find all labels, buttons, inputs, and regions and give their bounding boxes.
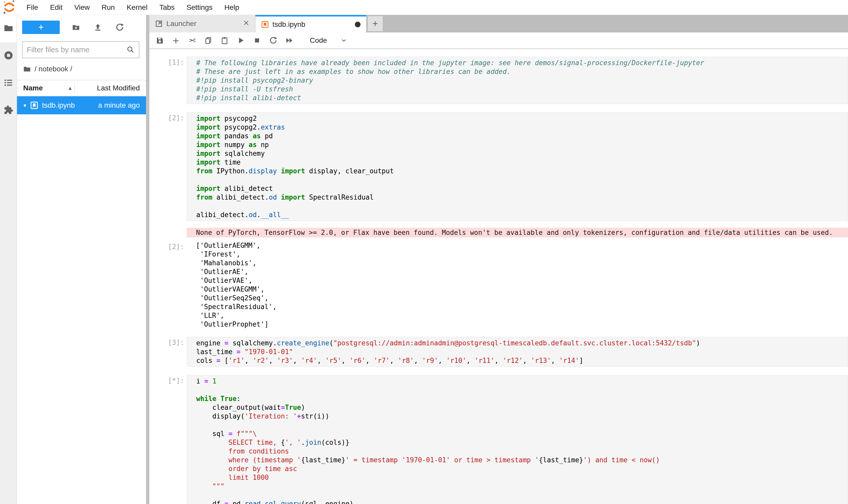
- sort-ascending-icon[interactable]: ▲: [68, 85, 73, 91]
- paste-icon: [220, 36, 229, 44]
- scissors-icon: ✂: [188, 35, 196, 46]
- menu-run[interactable]: Run: [96, 3, 121, 11]
- tab-launcher[interactable]: Launcher: [149, 15, 255, 33]
- add-cell-button[interactable]: +: [171, 35, 181, 46]
- plus-icon: +: [372, 18, 378, 29]
- file-browser-panel: +: [17, 15, 146, 504]
- menu-kernel[interactable]: Kernel: [121, 3, 154, 11]
- refresh-button[interactable]: [114, 22, 125, 33]
- file-list-header: Name ▲ Last Modified: [17, 80, 146, 96]
- extensions-icon: [4, 105, 13, 116]
- upload-icon: [93, 23, 102, 32]
- tab-tsdb-label: tsdb.ipynb: [272, 20, 355, 29]
- notebook-tab-icon: [261, 21, 269, 28]
- menu-bar: FileEditViewRunKernelTabsSettingsHelp: [0, 0, 848, 15]
- new-tab-button[interactable]: +: [368, 16, 383, 31]
- unsaved-dot-icon: [24, 104, 26, 107]
- new-folder-button[interactable]: [70, 22, 82, 33]
- tab-launcher-label: Launcher: [166, 20, 243, 28]
- jupyter-logo: [3, 1, 16, 14]
- close-tab-icon[interactable]: [243, 20, 250, 28]
- restart-kernel-button[interactable]: [269, 35, 278, 46]
- run-icon: [239, 38, 243, 43]
- dock-panel: Launcher tsdb.ipynb +: [149, 15, 848, 504]
- cell-type-value: Code: [310, 36, 327, 44]
- breadcrumb-path[interactable]: / notebook /: [35, 65, 72, 73]
- refresh-icon: [115, 23, 124, 32]
- column-last-modified[interactable]: Last Modified: [97, 84, 140, 92]
- file-name: tsdb.ipynb: [42, 101, 75, 109]
- file-row-tsdb[interactable]: tsdb.ipynb a minute ago: [17, 96, 146, 114]
- folder-icon: [4, 23, 13, 34]
- sidebar-tab-running[interactable]: [0, 42, 17, 70]
- cell-editor[interactable]: i = 1 while True: clear_output(wait=True…: [187, 375, 848, 504]
- menu-help[interactable]: Help: [218, 3, 245, 11]
- filter-files-input[interactable]: [27, 46, 126, 54]
- copy-icon: [204, 36, 213, 44]
- notebook-toolbar: + ✂: [149, 33, 848, 49]
- file-browser-toolbar: +: [17, 18, 146, 37]
- table-of-contents-icon: [4, 78, 13, 89]
- tab-bar: Launcher tsdb.ipynb +: [149, 15, 848, 33]
- running-kernels-icon: [4, 51, 13, 61]
- menu-settings[interactable]: Settings: [181, 3, 218, 11]
- new-launcher-button[interactable]: +: [22, 21, 60, 34]
- code-cell: [1]:# The following libraries have alrea…: [149, 57, 848, 104]
- stop-icon: [255, 38, 259, 42]
- chevron-down-icon: [340, 37, 347, 44]
- sidebar-tab-toc[interactable]: [0, 70, 17, 97]
- tab-tsdb-notebook[interactable]: tsdb.ipynb: [255, 15, 366, 33]
- menu-edit[interactable]: Edit: [44, 3, 68, 11]
- breadcrumb: / notebook /: [23, 64, 146, 75]
- fast-forward-icon: [285, 36, 293, 44]
- run-all-button[interactable]: [285, 35, 294, 46]
- stderr-output: None of PyTorch, TensorFlow >= 2.0, or F…: [187, 228, 848, 237]
- cut-cells-button[interactable]: ✂: [187, 35, 197, 46]
- jupyterlab-window: FileEditViewRunKernelTabsSettingsHelp: [0, 0, 848, 504]
- interrupt-kernel-button[interactable]: [252, 35, 261, 46]
- sidebar-tab-filebrowser[interactable]: [0, 15, 17, 42]
- menu-tabs[interactable]: Tabs: [154, 3, 181, 11]
- cell-input-prompt: [*]:: [149, 375, 187, 504]
- code-cell: [*]:i = 1 while True: clear_output(wait=…: [149, 375, 848, 504]
- save-icon: [156, 36, 164, 44]
- execute-result: ['OutlierAEGMM', 'IForest', 'Mahalanobis…: [187, 241, 848, 329]
- menu-file[interactable]: File: [21, 3, 44, 11]
- activity-bar: [0, 15, 17, 504]
- cell-type-dropdown[interactable]: Code: [310, 36, 347, 44]
- save-button[interactable]: [155, 35, 164, 46]
- plus-icon: +: [172, 35, 180, 46]
- menu-view[interactable]: View: [68, 3, 95, 11]
- panel-splitter[interactable]: [146, 15, 149, 504]
- menu-items: FileEditViewRunKernelTabsSettingsHelp: [21, 3, 245, 12]
- cell-editor[interactable]: # The following libraries have already b…: [187, 57, 848, 104]
- file-modified: a minute ago: [98, 101, 140, 109]
- cell-editor[interactable]: engine = sqlalchemy.create_engine("postg…: [187, 337, 848, 367]
- launcher-icon: [155, 20, 163, 28]
- cell-input-prompt: [1]:: [149, 57, 187, 104]
- filter-files-box: [22, 41, 139, 58]
- run-cell-button[interactable]: [236, 35, 246, 46]
- copy-cells-button[interactable]: [204, 35, 213, 46]
- column-name[interactable]: Name: [23, 84, 43, 92]
- new-folder-icon: [72, 23, 80, 32]
- plus-icon: +: [38, 23, 43, 32]
- paste-cells-button[interactable]: [220, 35, 229, 46]
- home-folder-icon[interactable]: [23, 65, 31, 73]
- restart-icon: [269, 36, 277, 44]
- unsaved-changes-dot[interactable]: [355, 22, 361, 27]
- upload-button[interactable]: [92, 22, 104, 33]
- cell-editor[interactable]: import psycopg2import psycopg2.extrasimp…: [187, 112, 848, 221]
- cell-input-prompt: [2]:: [149, 112, 187, 221]
- notebook-area: [1]:# The following libraries have alrea…: [149, 49, 848, 504]
- code-cell: [2]:import psycopg2import psycopg2.extra…: [149, 112, 848, 329]
- code-cell: [3]:engine = sqlalchemy.create_engine("p…: [149, 337, 848, 367]
- cell-output-prompt: [2]:: [149, 241, 187, 329]
- notebook-file-icon: [30, 101, 38, 109]
- cell-input-prompt: [3]:: [149, 337, 187, 367]
- cell-output-prompt: [149, 228, 187, 237]
- sidebar-tab-extensions[interactable]: [0, 97, 17, 124]
- search-icon: [126, 46, 135, 54]
